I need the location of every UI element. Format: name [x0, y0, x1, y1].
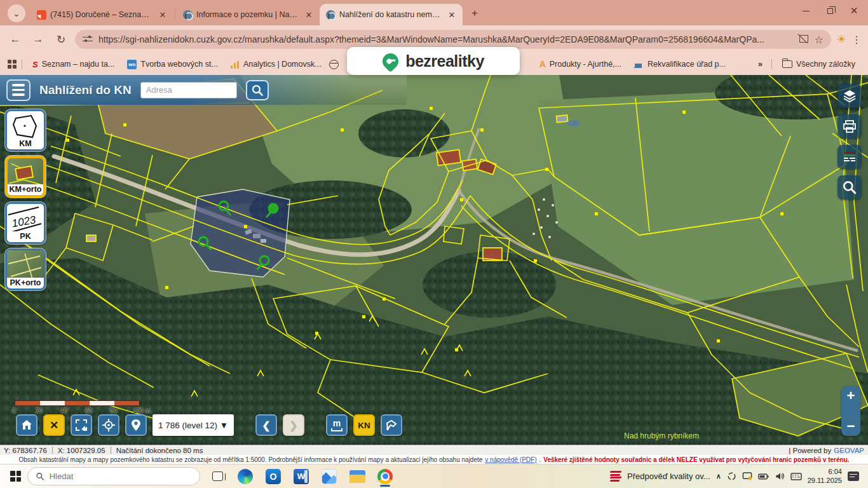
- clock-time: 6:04: [808, 468, 842, 476]
- close-tab-icon[interactable]: ✕: [446, 9, 458, 20]
- history-forward-button[interactable]: ❯: [283, 414, 304, 436]
- zoom-level-select[interactable]: 1 786 (level 12) ▼: [153, 414, 234, 436]
- tab-search-icon[interactable]: ⌄: [8, 4, 25, 22]
- tab-nahlizeni-active[interactable]: Nahlížení do katastru nemovito ✕: [320, 4, 463, 25]
- tray-overflow-icon[interactable]: ∧: [716, 472, 721, 480]
- address-bar[interactable]: https://sgi-nahlizenidokn.cuzk.gov.cz/ma…: [75, 30, 831, 49]
- zoom-search-tool-button[interactable]: [837, 175, 862, 200]
- bookmark-rekvalifikace[interactable]: Rekvalifikace úřad p...: [629, 57, 731, 71]
- layer-button-km-orto[interactable]: KM+orto: [5, 156, 46, 198]
- photos-app-button[interactable]: [318, 466, 340, 487]
- taskbar-search-input[interactable]: [50, 471, 192, 481]
- file-explorer-button[interactable]: [346, 466, 368, 487]
- center-target-button[interactable]: [98, 414, 119, 436]
- help-pdf-link[interactable]: v nápovědě (PDF): [485, 456, 536, 463]
- forward-button[interactable]: →: [29, 30, 47, 48]
- notification-center-icon[interactable]: [848, 471, 859, 481]
- seznam-email-icon: [37, 10, 46, 20]
- polygon-select-button[interactable]: [381, 414, 402, 436]
- search-icon: [251, 84, 264, 97]
- bookmark-star-icon[interactable]: ☆: [815, 34, 824, 46]
- geovap-link[interactable]: GEOVAP: [834, 447, 864, 454]
- zoom-in-button[interactable]: +: [847, 389, 855, 403]
- bookmark-seznam[interactable]: S Seznam – najdu ta...: [27, 57, 119, 72]
- zoom-out-button[interactable]: −: [847, 419, 855, 433]
- history-back-button[interactable]: ❮: [255, 414, 277, 436]
- word-icon: W: [294, 469, 309, 484]
- layers-tool-button[interactable]: [837, 84, 862, 108]
- tab-informace-o-pozemku[interactable]: Informace o pozemku | Nahlíže ✕: [177, 4, 320, 25]
- keyboard-tray-icon[interactable]: [790, 472, 802, 481]
- clock-date: 29.11.2025: [808, 477, 842, 485]
- coord-x: X: 1007329.05: [58, 447, 105, 454]
- outlook-app-button[interactable]: O: [262, 466, 284, 487]
- print-tool-button[interactable]: [837, 114, 862, 139]
- layer-button-pk[interactable]: 1023 PK: [5, 202, 46, 244]
- map-toolbar: ✕ 1 786 (level 12) ▼ ❮ ❯ m KN: [16, 414, 402, 436]
- tab-title: Nahlížení do katastru nemovito: [339, 10, 442, 19]
- place-marker-button[interactable]: [125, 414, 147, 436]
- all-bookmarks-button[interactable]: Všechny záložky: [777, 57, 860, 71]
- site-info-icon[interactable]: [83, 35, 93, 44]
- apps-grid-icon[interactable]: [8, 60, 17, 69]
- bookmark-label: Tvorba webových st...: [140, 60, 218, 69]
- reload-button[interactable]: ↻: [52, 30, 70, 48]
- layer-label: KM: [7, 139, 44, 149]
- taskbar-clock[interactable]: 6:04 29.11.2025: [808, 468, 842, 484]
- chrome-app-button[interactable]: [374, 466, 396, 487]
- close-window-button[interactable]: ✕: [850, 7, 858, 15]
- word-app-button[interactable]: W: [290, 466, 312, 487]
- select-area-button[interactable]: [71, 414, 92, 436]
- selection-rectangle-icon: [76, 419, 87, 431]
- volume-tray-icon[interactable]: [775, 471, 785, 481]
- legend-tool-button[interactable]: [837, 145, 862, 169]
- air-quality-icon: [610, 470, 621, 483]
- taskbar-tray: Předpověď kvality ov... ∧ 6:04 29.11.202…: [610, 468, 862, 484]
- home-button[interactable]: [16, 414, 37, 436]
- new-tab-button[interactable]: +: [466, 5, 483, 22]
- battery-tray-icon[interactable]: [758, 472, 769, 481]
- magnifier-icon: [841, 179, 858, 196]
- taskbar-search[interactable]: [27, 467, 200, 485]
- bookmark-produkty[interactable]: A Produkty - Ajurthé,...: [534, 57, 627, 72]
- map-header: Nahlížení do KN: [0, 75, 407, 105]
- bookmark-analytics[interactable]: Analytics | Domovsk...: [226, 57, 327, 71]
- target-icon: [102, 418, 116, 432]
- globe-icon[interactable]: [329, 60, 339, 69]
- extension-sun-icon[interactable]: ☀: [836, 32, 846, 46]
- back-button[interactable]: ←: [6, 30, 24, 48]
- map-canvas[interactable]: Nad hrubým rybníkem: [0, 75, 868, 445]
- bookmark-tvorba-webu[interactable]: wn Tvorba webových st...: [122, 57, 223, 72]
- cancel-selection-button[interactable]: ✕: [43, 414, 65, 436]
- svg-text:1023: 1023: [11, 214, 37, 229]
- scale-tick: 40: [60, 407, 67, 414]
- edge-app-button[interactable]: [234, 466, 256, 487]
- close-tab-icon[interactable]: ✕: [303, 9, 315, 20]
- kn-info-button[interactable]: KN: [353, 414, 375, 436]
- bezrealitky-popup[interactable]: bezrealitky: [347, 47, 520, 75]
- layer-label: KM+orto: [8, 184, 43, 195]
- minimize-button[interactable]: [802, 7, 810, 15]
- browser-menu-icon[interactable]: ⋮: [851, 34, 862, 46]
- bookmarks-overflow-icon[interactable]: »: [754, 60, 766, 69]
- task-view-button[interactable]: [207, 466, 228, 487]
- url-text[interactable]: https://sgi-nahlizenidokn.cuzk.gov.cz/ma…: [98, 34, 793, 44]
- display-tray-icon[interactable]: [742, 471, 752, 481]
- layer-button-km[interactable]: KM: [5, 109, 46, 151]
- folder-icon: [782, 60, 792, 68]
- cast-disabled-icon[interactable]: [799, 34, 809, 44]
- weather-widget[interactable]: Předpověď kvality ov...: [627, 471, 710, 481]
- restore-button[interactable]: [826, 7, 834, 15]
- address-search-input[interactable]: [140, 82, 237, 98]
- start-button[interactable]: [10, 471, 21, 482]
- menu-hamburger-icon[interactable]: [6, 79, 31, 101]
- measure-button[interactable]: m: [326, 414, 348, 436]
- tab-seznam-email[interactable]: (7415) Doručené – Seznam Ema ✕: [31, 4, 173, 25]
- map-area: Nad hrubým rybníkem Nahlížení do KN KM: [0, 75, 868, 445]
- layer-button-pk-orto[interactable]: PK+orto: [5, 248, 46, 290]
- close-tab-icon[interactable]: ✕: [157, 9, 168, 20]
- house-icon: [634, 60, 644, 69]
- scale-tick: 80: [110, 407, 117, 414]
- update-tray-icon[interactable]: [727, 471, 736, 481]
- search-button[interactable]: [246, 80, 269, 100]
